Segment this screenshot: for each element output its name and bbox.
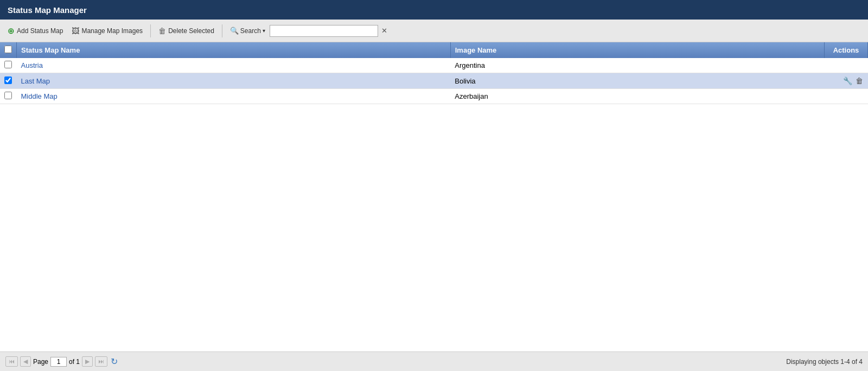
clear-search-button[interactable]: ✕ (379, 27, 390, 34)
table-row: Last MapBolivia🔧🗑 (0, 73, 868, 89)
row-name-cell: Austria (17, 58, 451, 73)
delete-row-button[interactable]: 🗑 (854, 76, 865, 86)
add-label: Add Status Map (17, 27, 63, 35)
row-name-cell: Middle Map (17, 89, 451, 104)
row-name-cell: Last Map (17, 73, 451, 89)
row-name-link[interactable]: Last Map (21, 77, 50, 85)
table-container: Status Map Name Image Name Actions Austr… (0, 42, 868, 351)
search-dropdown-button[interactable]: 🔍 Search ▾ (227, 25, 269, 36)
status-map-table: Status Map Name Image Name Actions Austr… (0, 42, 868, 104)
search-input[interactable] (270, 25, 378, 37)
displaying-text: Displaying objects 1-4 of 4 (786, 358, 863, 366)
manage-images-icon: 🖼 (72, 27, 79, 35)
search-icon: 🔍 (230, 27, 239, 35)
row-image-cell: Bolivia (450, 73, 824, 89)
row-actions-cell (825, 89, 868, 104)
row-actions-cell: 🔧🗑 (825, 73, 868, 89)
page-of-label: of 1 (69, 358, 80, 366)
delete-selected-button[interactable]: 🗑 Delete Selected (155, 25, 218, 37)
title-bar: Status Map Manager (0, 0, 868, 20)
pagination: ⏮ ◀ Page of 1 ▶ ⏭ ↻ (5, 356, 119, 367)
header-checkbox-col[interactable] (0, 42, 17, 58)
row-checkbox-cell[interactable] (0, 73, 17, 89)
chevron-down-icon: ▾ (263, 28, 265, 34)
table-header-row: Status Map Name Image Name Actions (0, 42, 868, 58)
row-checkbox-cell[interactable] (0, 89, 17, 104)
row-name-link[interactable]: Middle Map (21, 92, 58, 100)
footer: ⏮ ◀ Page of 1 ▶ ⏭ ↻ Displaying objects 1… (0, 351, 868, 371)
header-image-name: Image Name (450, 42, 824, 58)
prev-page-button[interactable]: ◀ (20, 356, 31, 367)
row-actions-cell (825, 58, 868, 73)
row-checkbox[interactable] (4, 76, 12, 84)
divider-1 (150, 24, 151, 37)
row-checkbox[interactable] (4, 61, 12, 68)
row-checkbox[interactable] (4, 92, 12, 99)
manage-label: Manage Map Images (81, 27, 143, 35)
add-status-map-button[interactable]: ⊕ Add Status Map (4, 24, 66, 37)
search-label: Search (240, 27, 261, 35)
refresh-button[interactable]: ↻ (110, 356, 119, 367)
row-name-link[interactable]: Austria (21, 61, 43, 69)
delete-label: Delete Selected (168, 27, 214, 35)
row-image-cell: Azerbaijan (450, 89, 824, 104)
next-page-button[interactable]: ▶ (82, 356, 93, 367)
edit-row-button[interactable]: 🔧 (841, 76, 854, 86)
app-title: Status Map Manager (8, 5, 87, 15)
search-wrapper: 🔍 Search ▾ ✕ (227, 25, 390, 37)
toolbar: ⊕ Add Status Map 🖼 Manage Map Images 🗑 D… (0, 20, 868, 42)
table-row: Middle MapAzerbaijan (0, 89, 868, 104)
page-number-input[interactable] (50, 357, 67, 367)
row-image-cell: Argentina (450, 58, 824, 73)
manage-map-images-button[interactable]: 🖼 Manage Map Images (68, 25, 146, 37)
add-icon: ⊕ (8, 26, 15, 36)
table-row: AustriaArgentina (0, 58, 868, 73)
page-label: Page (33, 358, 48, 366)
select-all-checkbox[interactable] (4, 46, 12, 53)
header-status-map-name: Status Map Name (17, 42, 451, 58)
delete-icon: 🗑 (158, 27, 166, 35)
row-checkbox-cell[interactable] (0, 58, 17, 73)
header-actions: Actions (825, 42, 868, 58)
divider-2 (222, 24, 222, 37)
first-page-button[interactable]: ⏮ (5, 356, 18, 367)
last-page-button[interactable]: ⏭ (95, 356, 107, 367)
